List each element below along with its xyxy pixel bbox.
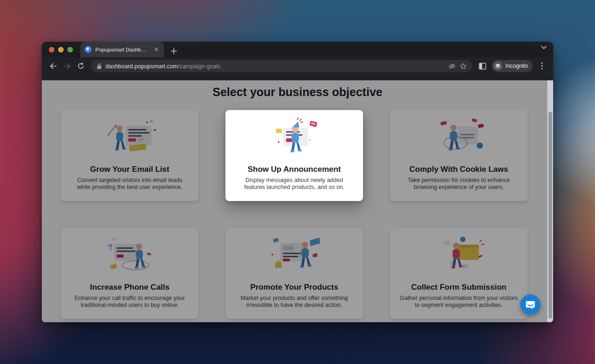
- arrow-right-icon: [63, 62, 71, 70]
- incognito-badge: Incognito: [492, 60, 533, 72]
- kebab-menu-icon: [541, 62, 543, 70]
- campaign-goals-page: Select your business objective: [42, 80, 553, 322]
- browser-window: Popupsmart Dashboard ✕: [42, 42, 553, 322]
- browser-tab[interactable]: Popupsmart Dashboard ✕: [80, 42, 164, 57]
- card-title: Show Up Announcement: [248, 165, 341, 174]
- eye-off-icon[interactable]: [448, 63, 456, 70]
- chat-launcher-button[interactable]: [520, 294, 541, 315]
- chevron-down-icon: [541, 46, 547, 49]
- url-path: /campaign-goals: [178, 63, 221, 70]
- new-tab-button[interactable]: [171, 48, 177, 54]
- tab-title: Popupsmart Dashboard: [95, 47, 149, 52]
- close-window-button[interactable]: [49, 47, 54, 52]
- browser-toolbar: dashboard.popupsmart.com/campaign-goals: [42, 57, 553, 80]
- close-icon[interactable]: ✕: [153, 46, 160, 53]
- zoom-window-button[interactable]: [67, 47, 73, 52]
- card-description: Display messages about newly added featu…: [234, 177, 354, 191]
- tab-strip: Popupsmart Dashboard ✕: [42, 42, 553, 57]
- minimize-window-button[interactable]: [58, 47, 64, 52]
- scrollbar-thumb[interactable]: [549, 112, 552, 318]
- desktop-background: Popupsmart Dashboard ✕: [0, 0, 595, 364]
- side-panel-icon: [479, 63, 486, 70]
- address-bar[interactable]: dashboard.popupsmart.com/campaign-goals: [91, 60, 472, 72]
- window-controls: [42, 42, 80, 57]
- show-up-announcement-illustration: [264, 117, 324, 162]
- lock-icon[interactable]: [97, 63, 102, 69]
- back-button[interactable]: [46, 59, 60, 72]
- page-scrollbar[interactable]: [547, 80, 553, 322]
- objective-card-show-up-announcement[interactable]: Show Up Announcement Display messages ab…: [225, 110, 363, 201]
- star-icon[interactable]: [460, 63, 467, 70]
- browser-menu-button[interactable]: [536, 59, 549, 72]
- reload-button[interactable]: [74, 59, 87, 72]
- incognito-label: Incognito: [505, 63, 528, 69]
- tab-search-button[interactable]: [541, 46, 547, 49]
- side-panel-button[interactable]: [476, 59, 489, 72]
- url-domain: dashboard.popupsmart.com: [106, 63, 178, 70]
- arrow-left-icon: [49, 62, 57, 70]
- popupsmart-logo-icon: [85, 46, 92, 53]
- reload-icon: [77, 62, 85, 70]
- plus-icon: [171, 48, 177, 54]
- forward-button[interactable]: [60, 59, 73, 72]
- incognito-icon: [493, 61, 502, 71]
- chat-bubble-icon: [525, 300, 536, 310]
